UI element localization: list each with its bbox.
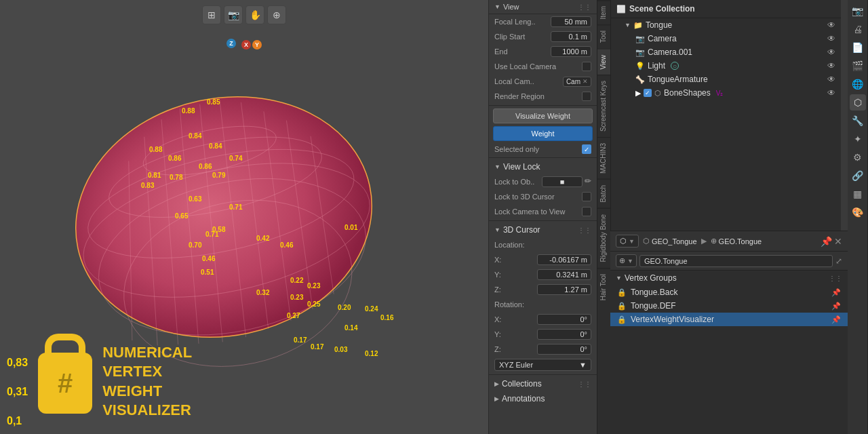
vg-pin-icon-1[interactable]: 📌 [831, 288, 841, 297]
cursor-3d-header[interactable]: ▼ 3D Cursor ⋮⋮ [489, 222, 597, 237]
lock-ob-box[interactable]: ■ [542, 176, 583, 187]
visualize-weight-btn[interactable]: Visualize Weight [493, 108, 593, 123]
prop-modifier-icon[interactable]: 🔧 [850, 113, 866, 129]
x-coord-input[interactable]: -0.06167 m [537, 254, 591, 265]
lock-ob-eyedropper[interactable]: ✏ [585, 176, 591, 187]
y-coord-input[interactable]: 0.3241 m [537, 269, 591, 280]
clip-end-value[interactable]: 1000 m [551, 46, 591, 57]
prop-scene-icon[interactable]: 🎬 [850, 58, 866, 74]
sidebar-tab-item[interactable]: Item [597, 0, 610, 24]
local-cam-box[interactable]: Cam ✕ [563, 77, 591, 87]
sidebar-tab-machin3[interactable]: MACHIN3 [597, 137, 610, 179]
focal-length-label: Focal Leng.. [494, 18, 536, 26]
sidebar-tab-tool[interactable]: Tool [597, 24, 610, 48]
z-coord-input[interactable]: 1.27 m [537, 284, 591, 295]
vertex-group-tongue-back[interactable]: 🔒 Tongue.Back 📌 [610, 285, 848, 299]
scene-item-camera[interactable]: 📷 Camera 👁 [611, 32, 841, 45]
zoom-btn[interactable]: ⊕ [267, 5, 286, 24]
tongue-armature-label: TongueArmature [648, 75, 708, 84]
vg-tongue-back-label: Tongue.Back [631, 288, 677, 297]
vertex-groups-header[interactable]: ▼ Vertex Groups ⋮⋮ [610, 271, 848, 285]
branding-overlay: 0,83 0,31 0,1 # NUMERICAL VERTEX WEIGHT … [0, 298, 258, 434]
collections-dots[interactable]: ⋮⋮ [578, 380, 591, 388]
use-local-camera-checkbox[interactable] [582, 62, 591, 71]
scene-item-tongue-armature[interactable]: 🦴 TongueArmature 👁 [611, 73, 841, 86]
obj-expand-icon[interactable]: ⤢ [835, 256, 842, 266]
geo-tongue-box[interactable]: ⬡ GEO_Tongue [643, 237, 697, 245]
armature-eye-icon[interactable]: 👁 [827, 75, 835, 84]
selected-only-checkbox[interactable]: ✓ [582, 144, 591, 154]
scene-item-light[interactable]: 💡 Light ○ 👁 [611, 59, 841, 73]
focal-length-value[interactable]: 50 mm [551, 16, 591, 27]
vg-pin-icon-3[interactable]: 📌 [831, 315, 841, 324]
geo-tongue-obj-icon: ⊕ [711, 237, 717, 245]
ry-input[interactable]: 0° [537, 329, 591, 340]
prop-particles-icon[interactable]: ✦ [850, 131, 866, 147]
pan-btn[interactable]: ✋ [245, 5, 264, 24]
lock-camera-view-label: Lock Camera to View [494, 208, 565, 216]
bone-shapes-eye-icon[interactable]: 👁 [827, 88, 835, 98]
prop-physics-icon[interactable]: ⚙ [850, 149, 866, 165]
scene-item-camera-001[interactable]: 📷 Camera.001 👁 [611, 45, 841, 59]
prop-world-icon[interactable]: 🌐 [850, 76, 866, 92]
scene-collection-header: ⬜ Scene Collection [611, 0, 841, 18]
view-lock-header[interactable]: ▼ View Lock [489, 159, 597, 174]
bone-shapes-checkbox[interactable]: ✓ [644, 89, 652, 97]
weight-btn[interactable]: Weight [493, 126, 593, 141]
selected-only-label: Selected only [494, 145, 539, 153]
sidebar-tab-screencast[interactable]: Screencast Keys [597, 75, 610, 137]
view-expand-arrow[interactable]: ▼ [494, 3, 500, 10]
props-close-icon[interactable]: ✕ [834, 236, 842, 247]
vertex-groups-dots[interactable]: ⋮⋮ [829, 275, 842, 282]
grid-view-btn[interactable]: ⊞ [202, 5, 221, 24]
geo-tongue-obj-field[interactable]: GEO.Tongue [639, 255, 833, 267]
vertex-group-weight-visualizer[interactable]: 🔒 VertexWeightVisualizer 📌 [610, 313, 848, 326]
prop-view-layer-icon[interactable]: 📄 [850, 39, 866, 56]
prop-object-icon[interactable]: ⬡ [850, 94, 866, 111]
prop-render-icon[interactable]: 📷 [850, 3, 866, 19]
render-region-checkbox[interactable] [582, 92, 591, 101]
prop-arrow-sep: ▶ [701, 237, 707, 245]
right-panels: ▼ View ⋮⋮ Focal Leng.. 50 mm Clip Start … [488, 0, 868, 434]
scene-item-bone-shapes[interactable]: ▶ ✓ ⬡ BoneShapes V₂ 👁 [611, 86, 841, 100]
cam-clear-btn[interactable]: ✕ [583, 78, 588, 85]
camera-view-btn[interactable]: 📷 [224, 5, 243, 24]
light-eye-icon[interactable]: 👁 [827, 61, 835, 71]
clip-start-value[interactable]: 0.1 m [551, 31, 591, 42]
sidebar-tab-hair[interactable]: Hair Tool [597, 268, 610, 306]
prop-object-data-icon[interactable]: ▦ [850, 186, 866, 202]
lock-3d-cursor-checkbox[interactable] [582, 192, 591, 201]
prop-mode-selector[interactable]: ⬡ ▼ [616, 235, 639, 248]
viewport[interactable]: ⊞ 📷 ✋ ⊕ Z X Y [0, 0, 488, 434]
sidebar-tabs: Item Tool View Screencast Keys MACHIN3 B… [597, 0, 610, 434]
camera-001-eye-icon[interactable]: 👁 [827, 47, 835, 57]
tongue-eye-icon[interactable]: 👁 [827, 20, 835, 30]
obj-mode-selector[interactable]: ⊕ ▼ [616, 254, 637, 267]
cursor-3d-label: 3D Cursor [503, 225, 540, 235]
sidebar-tab-rigidbody[interactable]: Rigidbody Bone [597, 208, 610, 268]
collections-header[interactable]: ▶ Collections ⋮⋮ [489, 376, 597, 391]
geo-tongue-obj-box[interactable]: ⊕ GEO.Tongue [711, 237, 762, 245]
sidebar-tab-view[interactable]: View [597, 49, 610, 75]
annotations-arrow: ▶ [494, 395, 499, 402]
geo-tongue-mesh-icon: ⬡ [643, 237, 650, 245]
rz-input[interactable]: 0° [537, 344, 591, 355]
scene-item-tongue[interactable]: ▼ 📁 Tongue 👁 [611, 18, 841, 32]
prop-material-icon[interactable]: 🎨 [850, 204, 866, 220]
annotations-header[interactable]: ▶ Annotations [489, 391, 597, 406]
props-pin-icon[interactable]: 📌 [821, 236, 832, 247]
rz-label: Z: [494, 345, 501, 353]
rotation-mode-dropdown[interactable]: XYZ Euler ▼ [494, 359, 591, 371]
rotation-label: Rotation: [494, 300, 524, 309]
view-panel-dots[interactable]: ⋮⋮ [578, 3, 591, 11]
rx-input[interactable]: 0° [537, 314, 591, 325]
prop-constraints-icon[interactable]: 🔗 [850, 167, 866, 184]
obj-selector-row: ⊕ ▼ GEO.Tongue ⤢ [610, 252, 848, 271]
vertex-group-tongue-def[interactable]: 🔒 Tongue.DEF 📌 [610, 299, 848, 313]
lock-camera-view-checkbox[interactable] [582, 207, 591, 216]
vg-pin-icon-2[interactable]: 📌 [831, 302, 841, 311]
cursor-dots[interactable]: ⋮⋮ [578, 226, 591, 234]
prop-output-icon[interactable]: 🖨 [850, 21, 866, 37]
sidebar-tab-batch[interactable]: Batch [597, 179, 610, 208]
camera-eye-icon[interactable]: 👁 [827, 34, 835, 43]
